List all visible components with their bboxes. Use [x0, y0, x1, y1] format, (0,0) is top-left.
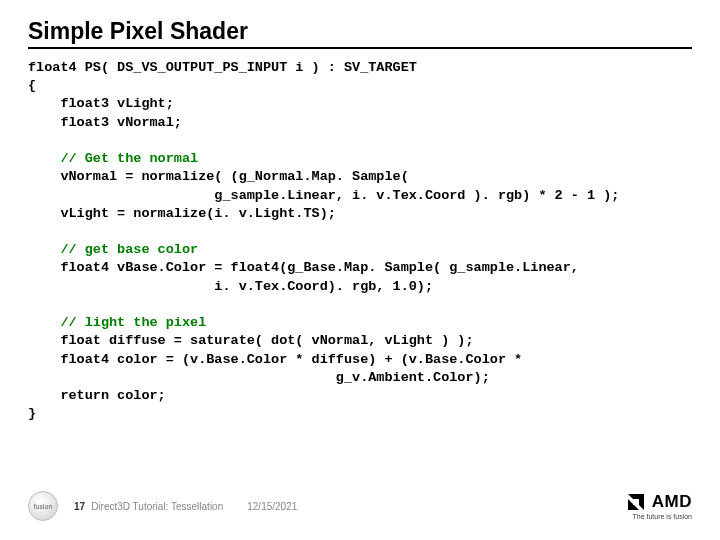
code-block: float4 PS( DS_VS_OUTPUT_PS_INPUT i ) : S…	[28, 59, 692, 423]
code-line: g_sample.Linear, i. v.Tex.Coord ). rgb) …	[28, 188, 619, 203]
code-line: }	[28, 406, 36, 421]
footer-date: 12/15/2021	[247, 501, 297, 512]
code-line: float diffuse = saturate( dot( vNormal, …	[28, 333, 474, 348]
amd-logo: AMD The future is fusion	[626, 492, 692, 520]
fusion-badge-text: fusion	[34, 503, 53, 510]
code-line: {	[28, 78, 36, 93]
slide-body: Simple Pixel Shader float4 PS( DS_VS_OUT…	[0, 0, 720, 423]
amd-logo-block: AMD The future is fusion	[626, 492, 692, 520]
amd-wordmark: AMD	[652, 492, 692, 512]
code-comment: // get base color	[28, 242, 198, 257]
slide-title: Simple Pixel Shader	[28, 18, 692, 45]
title-rule	[28, 47, 692, 49]
code-line: return color;	[28, 388, 166, 403]
code-line: float4 vBase.Color = float4(g_Base.Map. …	[28, 260, 579, 275]
footer: fusion 17 Direct3D Tutorial: Tessellatio…	[0, 486, 720, 526]
footer-title: Direct3D Tutorial: Tessellation	[91, 501, 223, 512]
code-line: float3 vNormal;	[28, 115, 182, 130]
page-number: 17	[74, 501, 85, 512]
code-line: vLight = normalize(i. v.Light.TS);	[28, 206, 336, 221]
code-comment: // light the pixel	[28, 315, 206, 330]
code-comment: // Get the normal	[28, 151, 198, 166]
code-line: vNormal = normalize( (g_Normal.Map. Samp…	[28, 169, 409, 184]
amd-arrow-icon	[626, 492, 646, 512]
code-line: i. v.Tex.Coord). rgb, 1.0);	[28, 279, 433, 294]
amd-tagline: The future is fusion	[632, 513, 692, 520]
code-line: g_v.Ambient.Color);	[28, 370, 490, 385]
code-line: float3 vLight;	[28, 96, 174, 111]
code-line: float4 color = (v.Base.Color * diffuse) …	[28, 352, 522, 367]
fusion-badge-icon: fusion	[28, 491, 58, 521]
code-line: float4 PS( DS_VS_OUTPUT_PS_INPUT i ) : S…	[28, 60, 417, 75]
